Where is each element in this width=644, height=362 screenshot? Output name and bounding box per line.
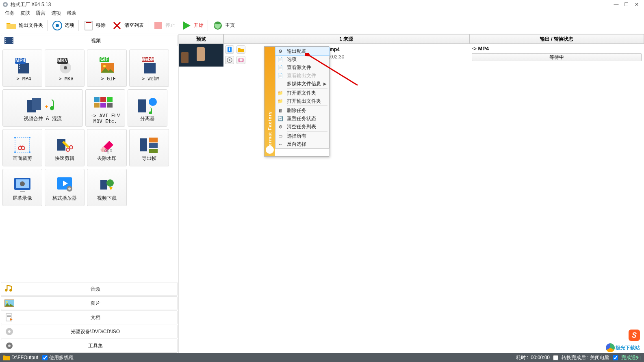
menu-help[interactable]: 帮助: [67, 10, 76, 17]
multithread-checkbox[interactable]: [42, 355, 48, 360]
range-button[interactable]: [236, 56, 245, 64]
tile-frames[interactable]: 导出帧: [129, 129, 169, 166]
category-audio[interactable]: 音频: [1, 282, 178, 296]
ctx-选择所有[interactable]: ▭选择所有: [275, 132, 329, 140]
task-panel: 预览 1 来源 输出 / 转换状态 i -1-30032.mp4 9Kbps, …: [179, 34, 644, 353]
ctx-删除任务[interactable]: 🗑删除任务: [275, 106, 329, 114]
ctx-查看源文件[interactable]: 📄查看源文件: [275, 63, 329, 71]
home-button[interactable]: 主页: [210, 19, 237, 32]
tile-record[interactable]: 屏幕录像: [2, 169, 42, 206]
maximize-button[interactable]: ☐: [621, 2, 631, 7]
clear-button[interactable]: 清空列表: [109, 19, 146, 32]
col-preview[interactable]: 预览: [179, 34, 223, 44]
tile-webm[interactable]: WebM-> WebM: [129, 50, 169, 87]
minimize-button[interactable]: —: [611, 2, 621, 7]
webm-icon: WebM: [140, 55, 158, 76]
category-document[interactable]: 文档: [1, 310, 178, 324]
menu-lang[interactable]: 语言: [36, 10, 46, 17]
notify-checkbox[interactable]: [613, 355, 618, 360]
mkv-icon: MKV: [56, 55, 74, 76]
option-button[interactable]: 选项: [49, 19, 77, 32]
separator: [78, 20, 79, 31]
tile-player[interactable]: 格式播放器: [45, 169, 85, 206]
svg-rect-36: [100, 97, 106, 102]
svg-point-60: [20, 181, 25, 186]
tile-label: 视频下载: [97, 195, 117, 201]
tile-merge[interactable]: +视频合并 & 混流: [2, 89, 83, 127]
context-brand-strip: Format Factory: [265, 47, 275, 156]
category-video-header[interactable]: 视频: [1, 35, 178, 46]
ctx-多媒体文件信息[interactable]: 多媒体文件信息▶: [275, 80, 329, 88]
music-icon: [4, 285, 14, 293]
tile-download[interactable]: 视频下载: [87, 169, 127, 206]
output-path[interactable]: D:\FFOutput: [11, 355, 38, 360]
column-headers: 预览 1 来源 输出 / 转换状态: [179, 34, 644, 44]
menu-item-label: 查看源文件: [287, 64, 311, 71]
menu-task[interactable]: 任务: [5, 10, 15, 17]
ctx-输出配置[interactable]: ⚙输出配置: [275, 47, 329, 55]
ctx-重置任务状态[interactable]: 🔄重置任务状态: [275, 114, 329, 123]
ctx-清空任务列表[interactable]: ⊘清空任务列表: [275, 123, 329, 131]
tile-eraser[interactable]: Logo去除水印: [87, 129, 127, 166]
toolbar: 输出文件夹 选项 移除 清空列表 停止 开始 主页: [0, 17, 644, 34]
notify-label: 完成通知: [621, 354, 641, 361]
ctx-打开源文件夹[interactable]: 📁打开源文件夹: [275, 89, 329, 97]
start-button[interactable]: 开始: [178, 19, 206, 32]
menu-item-icon: 📄: [277, 56, 284, 62]
svg-point-48: [18, 147, 22, 150]
svg-rect-9: [5, 38, 6, 39]
settings-button[interactable]: [225, 56, 234, 64]
folder-button[interactable]: [236, 45, 245, 54]
info-button[interactable]: i: [225, 45, 234, 54]
start-label: 开始: [194, 22, 204, 29]
tile-mkv[interactable]: MKV-> MKV: [45, 50, 85, 87]
tile-split[interactable]: 分离器: [128, 89, 167, 127]
svg-point-44: [14, 137, 16, 138]
task-thumbnail[interactable]: [179, 44, 223, 67]
category-tools[interactable]: 工具集: [1, 339, 178, 353]
category-document-label: 文档: [17, 314, 174, 321]
site-watermark-text: 极光下载站: [616, 345, 640, 351]
shutdown-checkbox[interactable]: [553, 355, 558, 360]
tile-grid: MP4-> MP4MKV-> MKVGIF-> GIFWebM-> WebM+视…: [0, 47, 178, 209]
sogou-icon: S: [629, 330, 640, 341]
col-status[interactable]: 输出 / 转换状态: [469, 34, 644, 44]
stop-button[interactable]: 停止: [150, 19, 178, 32]
category-disc[interactable]: 光驱设备\DVD\CD\ISO: [1, 325, 178, 338]
menu-skin[interactable]: 皮肤: [20, 10, 30, 17]
tile-gif[interactable]: GIF-> GIF: [87, 50, 127, 87]
watermark: S 极光下载站: [606, 330, 640, 352]
task-row[interactable]: i -1-30032.mp4 9Kbps, 00:02:30 -> MP4 等待…: [179, 44, 644, 67]
titlebar: 格式工厂 X64 5.13 — ☐ ✕: [0, 0, 644, 9]
svg-point-42: [149, 98, 157, 106]
svg-rect-65: [100, 180, 107, 190]
menu-separator: [287, 88, 327, 88]
tile-label: 屏幕录像: [13, 195, 32, 201]
context-menu: Format Factory ⚙输出配置📄选项📄查看源文件📄查看输出文件多媒体文…: [264, 46, 329, 157]
col-source[interactable]: 1 来源: [223, 34, 469, 44]
folder-icon: [3, 355, 10, 360]
category-image[interactable]: 图片: [1, 296, 178, 310]
menu-item-label: 输出配置: [287, 48, 306, 55]
svg-text:+: +: [45, 104, 48, 110]
avi-icon: [93, 92, 117, 113]
frames-icon: [139, 134, 159, 155]
tile-crop[interactable]: 画面裁剪: [2, 129, 42, 166]
menu-item-label: 多媒体文件信息: [287, 80, 321, 87]
separator: [208, 20, 208, 31]
option-label: 选项: [65, 22, 74, 29]
ctx-反向选择[interactable]: ↔反向选择: [275, 140, 329, 148]
svg-rect-12: [12, 38, 13, 39]
tile-cut[interactable]: 快速剪辑: [45, 129, 85, 166]
close-button[interactable]: ✕: [631, 2, 642, 7]
svg-rect-38: [94, 103, 100, 108]
ctx-打开输出文件夹[interactable]: 📁打开输出文件夹: [275, 97, 329, 105]
menu-option[interactable]: 选项: [51, 10, 61, 17]
tile-mp4[interactable]: MP4-> MP4: [2, 50, 42, 87]
ctx-选项[interactable]: 📄选项: [275, 55, 329, 63]
svg-point-64: [68, 187, 71, 190]
tile-avi[interactable]: -> AVI FLV MOV Etc.: [85, 89, 125, 127]
remove-button[interactable]: 移除: [80, 19, 108, 32]
menu-item-icon: 📁: [277, 90, 284, 96]
output-folder-button[interactable]: 输出文件夹: [3, 19, 46, 32]
